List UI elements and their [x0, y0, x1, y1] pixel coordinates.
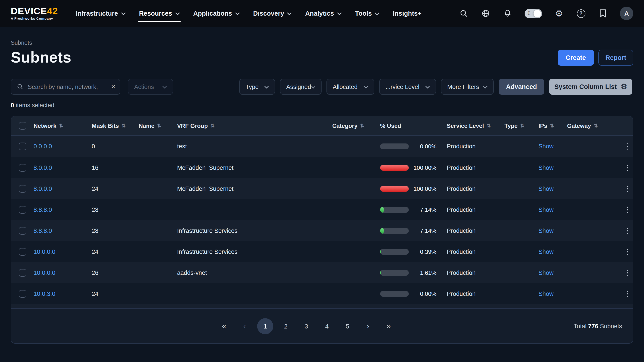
nav-item-discovery[interactable]: Discovery: [253, 0, 292, 27]
pagination-page-4[interactable]: 4: [319, 318, 335, 334]
ips-show-link[interactable]: Show: [538, 206, 567, 213]
ips-show-link[interactable]: Show: [538, 164, 567, 171]
column-header-used[interactable]: % Used: [380, 122, 447, 129]
table-row[interactable]: 8.0.0.024McFadden_Supernet100.00%Product…: [11, 178, 633, 199]
bookmark-icon[interactable]: [598, 8, 608, 18]
table-row[interactable]: 8.0.0.016McFadden_Supernet100.00%Product…: [11, 157, 633, 178]
row-checkbox[interactable]: [18, 290, 26, 298]
globe-icon[interactable]: [481, 8, 490, 18]
row-checkbox[interactable]: [18, 269, 26, 276]
kebab-menu-icon[interactable]: ⋮: [624, 184, 631, 193]
column-header-ips[interactable]: IPs⇅: [538, 122, 567, 129]
nav-item-resources[interactable]: Resources: [139, 0, 180, 27]
select-all-checkbox[interactable]: [18, 122, 26, 130]
sort-icon[interactable]: ⇅: [550, 123, 554, 129]
kebab-menu-icon[interactable]: ⋮: [624, 142, 631, 151]
ips-show-link[interactable]: Show: [538, 143, 567, 150]
table-row[interactable]: 8.8.8.0287.14%ProductionShow⋮: [11, 199, 633, 220]
filter-rvice-level[interactable]: ...rvice Level: [379, 79, 436, 95]
report-button[interactable]: Report: [598, 49, 633, 65]
ips-show-link[interactable]: Show: [538, 290, 567, 297]
row-checkbox[interactable]: [18, 143, 26, 150]
table-row[interactable]: 10.0.0.024Infrastructure Services0.39%Pr…: [11, 241, 633, 262]
pagination-page-1[interactable]: 1: [257, 318, 273, 334]
column-header-type[interactable]: Type⇅: [504, 122, 538, 129]
filter-assigned[interactable]: Assigned: [280, 79, 322, 95]
help-icon[interactable]: ?: [576, 8, 586, 18]
column-header-category[interactable]: Category⇅: [332, 122, 380, 129]
sort-icon[interactable]: ⇅: [360, 123, 364, 129]
table-row[interactable]: 10.0.3.0240.00%ProductionShow⋮: [11, 283, 633, 304]
row-checkbox[interactable]: [18, 227, 26, 234]
sort-icon[interactable]: ⇅: [122, 123, 126, 129]
column-header-mask-bits[interactable]: Mask Bits⇅: [92, 122, 139, 129]
row-checkbox[interactable]: [18, 164, 26, 171]
vrf-group-value: Infrastructure Services: [177, 227, 332, 234]
actions-dropdown[interactable]: Actions: [128, 79, 173, 95]
advanced-button[interactable]: Advanced: [499, 79, 544, 95]
table-row[interactable]: 0.0.0.00test0.00%ProductionShow⋮: [11, 136, 633, 157]
device42-logo[interactable]: DEVICE42 A Freshworks Company: [11, 6, 58, 20]
filter-allocated[interactable]: Allocated: [326, 79, 374, 95]
sort-icon[interactable]: ⇅: [59, 123, 63, 129]
pagination-page-2[interactable]: 2: [278, 318, 294, 334]
row-checkbox[interactable]: [18, 248, 26, 255]
ips-show-link[interactable]: Show: [538, 227, 567, 234]
row-checkbox[interactable]: [18, 185, 26, 192]
network-link[interactable]: 8.0.0.0: [34, 185, 92, 192]
sort-icon[interactable]: ⇅: [594, 123, 598, 129]
kebab-menu-icon[interactable]: ⋮: [624, 247, 631, 256]
column-header-vrf-group[interactable]: VRF Group⇅: [177, 122, 332, 129]
pagination-prev[interactable]: ‹: [236, 318, 253, 334]
nav-item-analytics[interactable]: Analytics: [305, 0, 342, 27]
ips-show-link[interactable]: Show: [538, 185, 567, 192]
sort-icon[interactable]: ⇅: [210, 123, 214, 129]
search-icon[interactable]: [459, 8, 469, 18]
kebab-menu-icon[interactable]: ⋮: [624, 205, 631, 214]
column-header-service-level[interactable]: Service Level⇅: [447, 122, 504, 129]
search-input[interactable]: [28, 83, 111, 90]
mask-bits-value: 24: [92, 290, 139, 297]
gear-icon[interactable]: ⚙: [554, 8, 564, 18]
filter-more-filters[interactable]: More Filters: [441, 79, 494, 95]
clear-search-icon[interactable]: ×: [111, 83, 116, 90]
nav-item-applications[interactable]: Applications: [193, 0, 240, 27]
column-header-network[interactable]: Network⇅: [34, 122, 92, 129]
table-row[interactable]: 10.0.0.026aadds-vnet1.61%ProductionShow⋮: [11, 262, 633, 283]
sort-icon[interactable]: ⇅: [157, 123, 161, 129]
nav-item-insights+[interactable]: Insights+: [393, 0, 422, 27]
network-link[interactable]: 10.0.3.0: [34, 290, 92, 297]
column-header-name[interactable]: Name⇅: [139, 122, 177, 129]
ips-show-link[interactable]: Show: [538, 269, 567, 276]
network-link[interactable]: 10.0.0.0: [34, 269, 92, 276]
nav-item-infrastructure[interactable]: Infrastructure: [76, 0, 126, 27]
network-link[interactable]: 8.8.8.0: [34, 206, 92, 213]
pagination-next[interactable]: ›: [360, 318, 376, 334]
filter-type[interactable]: Type: [239, 79, 275, 95]
table-row[interactable]: 8.8.8.028Infrastructure Services7.14%Pro…: [11, 220, 633, 241]
create-button[interactable]: Create: [558, 49, 594, 65]
avatar[interactable]: A: [620, 7, 633, 20]
pagination-page-5[interactable]: 5: [340, 318, 356, 334]
column-header-gateway[interactable]: Gateway⇅: [567, 122, 622, 129]
network-link[interactable]: 8.8.8.0: [34, 227, 92, 234]
kebab-menu-icon[interactable]: ⋮: [624, 163, 631, 172]
network-link[interactable]: 0.0.0.0: [34, 143, 92, 150]
bell-icon[interactable]: [503, 8, 512, 18]
kebab-menu-icon[interactable]: ⋮: [624, 289, 631, 298]
chevron-down-icon: [337, 12, 342, 15]
network-link[interactable]: 8.0.0.0: [34, 164, 92, 171]
theme-toggle[interactable]: ☾: [524, 9, 542, 18]
pagination-first[interactable]: «: [216, 318, 232, 334]
pagination-page-3[interactable]: 3: [298, 318, 314, 334]
kebab-menu-icon[interactable]: ⋮: [624, 226, 631, 235]
system-column-list-button[interactable]: System Column List ⚙: [549, 79, 632, 95]
ips-show-link[interactable]: Show: [538, 248, 567, 255]
sort-icon[interactable]: ⇅: [520, 123, 524, 129]
sort-icon[interactable]: ⇅: [486, 123, 490, 129]
pagination-last[interactable]: »: [380, 318, 397, 334]
kebab-menu-icon[interactable]: ⋮: [624, 268, 631, 277]
row-checkbox[interactable]: [18, 206, 26, 213]
network-link[interactable]: 10.0.0.0: [34, 248, 92, 255]
nav-item-tools[interactable]: Tools: [355, 0, 380, 27]
